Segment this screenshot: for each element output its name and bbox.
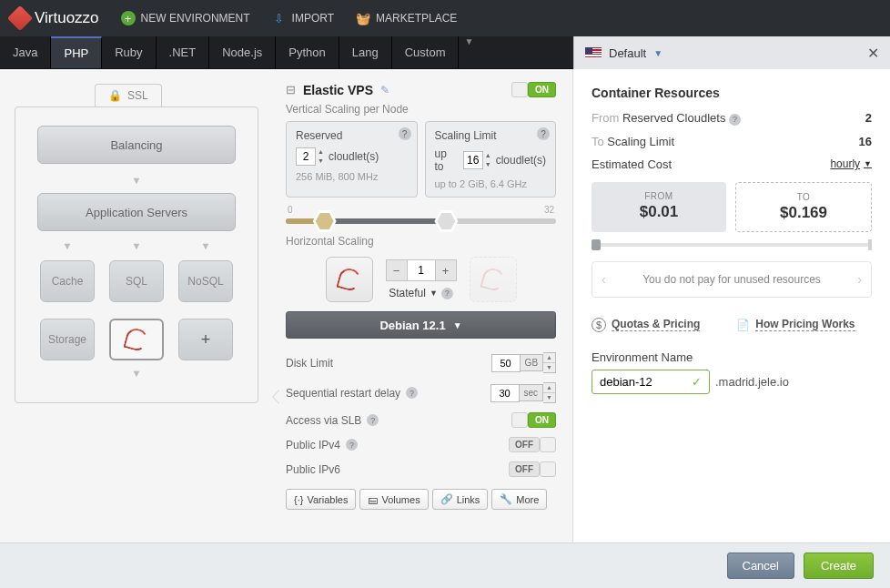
chevron-down-icon: ▼ — [430, 289, 438, 298]
help-icon[interactable]: ? — [441, 288, 453, 299]
disk-input[interactable] — [491, 354, 521, 372]
debian-node[interactable] — [109, 319, 164, 360]
sql-slot[interactable]: SQL — [109, 260, 164, 302]
storage-slot[interactable]: Storage — [40, 319, 95, 360]
env-domain: .madrid.jele.io — [715, 375, 789, 389]
help-icon[interactable]: ? — [399, 127, 411, 140]
lang-tab-java[interactable]: Java — [0, 36, 51, 68]
marketplace-button[interactable]: 🧺 MARKETPLACE — [356, 11, 457, 25]
env-name-label: Environment Name — [592, 350, 872, 364]
import-button[interactable]: ⇩ IMPORT — [272, 11, 334, 25]
stateful-select[interactable]: Stateful ▼ ? — [389, 287, 453, 299]
limit-input[interactable] — [464, 154, 482, 167]
main-area: 🔒 SSL Balancing ▼ Application Servers ▼ … — [0, 69, 890, 542]
lang-tab-custom[interactable]: Custom — [392, 36, 460, 68]
region-select[interactable]: Default ▼ — [585, 46, 662, 60]
marketplace-icon: 🧺 — [356, 11, 370, 25]
slb-toggle[interactable]: ON — [511, 412, 556, 428]
create-button[interactable]: Create — [804, 553, 874, 579]
new-environment-button[interactable]: + NEW ENVIRONMENT — [121, 11, 250, 25]
more-button[interactable]: 🔧More — [491, 489, 547, 510]
cost-mode-select[interactable]: hourly ▼ — [830, 157, 872, 170]
ipv6-toggle[interactable]: OFF — [509, 461, 556, 477]
ssl-label: SSL — [127, 89, 148, 102]
topology-frame: Balancing ▼ Application Servers ▼ ▼ ▼ Ca… — [15, 106, 258, 403]
chevron-down-icon: ▼ — [453, 320, 462, 330]
os-select[interactable]: Debian 12.1 ▼ — [286, 311, 556, 339]
resources-column: Container Resources From Reserved Cloudl… — [573, 69, 890, 542]
hscale-label: Horizontal Scaling — [286, 235, 556, 248]
reserved-stepper[interactable]: ▲▼ — [296, 147, 323, 166]
chevron-left-icon[interactable]: ‹ — [602, 272, 606, 287]
node-preview — [326, 257, 373, 302]
disk-icon: 🖴 — [368, 494, 378, 505]
arrow-down-icon: ▼ — [28, 368, 245, 379]
pointer-icon — [273, 390, 280, 404]
quotas-link[interactable]: $ Quotas & Pricing — [592, 318, 700, 332]
est-cost-label: Estimated Cost — [592, 157, 672, 171]
chevron-down-icon: ▼ — [653, 48, 662, 58]
app-servers-slot[interactable]: Application Servers — [37, 193, 236, 231]
new-env-label: NEW ENVIRONMENT — [141, 12, 250, 25]
debian-icon — [336, 266, 362, 292]
wrench-icon: 🔧 — [500, 493, 512, 505]
chevron-right-icon[interactable]: › — [857, 272, 862, 287]
ssl-tab[interactable]: 🔒 SSL — [95, 84, 162, 106]
plus-button[interactable]: + — [435, 259, 457, 281]
cache-slot[interactable]: Cache — [40, 260, 95, 302]
lang-tab-lang[interactable]: Lang — [339, 36, 392, 68]
top-bar: Virtuozzo + NEW ENVIRONMENT ⇩ IMPORT 🧺 M… — [0, 0, 890, 36]
env-name-input[interactable]: debian-12 ✓ — [592, 370, 710, 394]
lang-tab-ruby[interactable]: Ruby — [102, 36, 156, 68]
cloudlet-slider[interactable]: 0 32 — [286, 205, 556, 224]
reserved-value: 2 — [865, 111, 872, 125]
add-node-button[interactable]: + — [178, 319, 233, 360]
help-icon[interactable]: ? — [406, 387, 418, 399]
node-count-stepper[interactable]: − 1 + — [386, 259, 457, 281]
lang-tab-php[interactable]: PHP — [51, 36, 102, 68]
chevron-down-icon[interactable]: ▼ — [464, 36, 473, 68]
region-bar: Default ▼ ✕ — [573, 36, 890, 69]
us-flag-icon — [585, 47, 602, 58]
cancel-button[interactable]: Cancel — [727, 553, 794, 579]
balancing-slot[interactable]: Balancing — [37, 126, 236, 164]
close-icon[interactable]: ✕ — [867, 45, 879, 62]
import-icon: ⇩ — [272, 11, 287, 25]
nosql-slot[interactable]: NoSQL — [178, 260, 233, 302]
volumes-button[interactable]: 🖴Volumes — [359, 489, 428, 510]
disk-spinner[interactable]: ▲▼ — [543, 352, 556, 373]
limit-card: Scaling Limit up to ▲▼ cloudlet(s) up to… — [425, 121, 557, 198]
restart-spinner[interactable]: ▲▼ — [543, 382, 556, 403]
minus-button[interactable]: − — [386, 259, 408, 281]
lang-tab-python[interactable]: Python — [276, 36, 339, 68]
cost-note: ‹ You do not pay for unused resources › — [592, 261, 872, 298]
dialog-footer: Cancel Create — [0, 542, 890, 588]
check-icon: ✓ — [692, 375, 702, 389]
variables-button[interactable]: {·}Variables — [286, 489, 356, 510]
ipv4-toggle[interactable]: OFF — [509, 437, 556, 452]
vscale-label: Vertical Scaling per Node — [286, 103, 556, 116]
plus-icon: + — [121, 11, 136, 25]
topology-column: 🔒 SSL Balancing ▼ Application Servers ▼ … — [0, 69, 273, 542]
help-icon[interactable]: ? — [346, 439, 358, 451]
ipv4-label: Public IPv4 — [286, 439, 340, 451]
limit-stepper[interactable]: ▲▼ — [463, 151, 491, 169]
lang-tab-net[interactable]: .NET — [157, 36, 210, 68]
lang-tab-nodejs[interactable]: Node.js — [209, 36, 276, 68]
help-icon[interactable]: ? — [367, 414, 379, 426]
pricing-link[interactable]: 📄 How Pricing Works — [736, 318, 855, 332]
vps-title: Elastic VPS — [303, 83, 373, 97]
arrow-down-icon: ▼ — [178, 240, 233, 251]
help-icon[interactable]: ? — [729, 114, 741, 126]
restart-input[interactable] — [491, 384, 520, 402]
ipv6-label: Public IPv6 — [286, 463, 340, 476]
vps-enable-toggle[interactable]: ON — [511, 82, 556, 97]
edit-icon[interactable]: ✎ — [380, 84, 389, 96]
cost-to-box: TO $0.169 — [735, 182, 872, 232]
switch-icon[interactable]: ⊟ — [286, 83, 296, 96]
reserved-input[interactable] — [297, 150, 315, 163]
links-button[interactable]: 🔗Links — [432, 489, 489, 510]
chevron-down-icon: ▼ — [864, 159, 872, 168]
doc-icon: 📄 — [736, 319, 750, 331]
help-icon[interactable]: ? — [537, 127, 550, 140]
